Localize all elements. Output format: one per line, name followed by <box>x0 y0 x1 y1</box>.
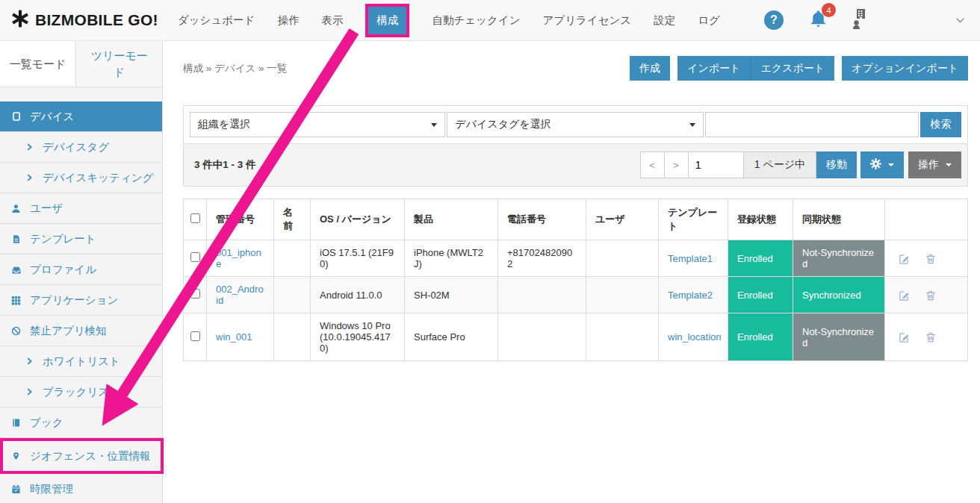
cell-product: Surface Pro <box>405 313 498 361</box>
sidebar-item-user[interactable]: ユーザ <box>0 193 162 224</box>
header-template: テンプレート <box>659 199 728 240</box>
device-link[interactable]: win_001 <box>216 331 252 343</box>
sidebar-item-profile[interactable]: プロファイル <box>0 254 162 285</box>
cell-product: iPhone (MWLT2J) <box>405 240 498 277</box>
cell-name <box>274 277 311 313</box>
search-input[interactable] <box>705 112 919 137</box>
edit-icon[interactable] <box>899 331 910 343</box>
device-link[interactable]: 001_iphone <box>216 247 261 269</box>
header-enroll-status: 登録状態 <box>728 199 793 240</box>
sidebar-item-device-kitting[interactable]: デバイスキッティング <box>0 163 162 193</box>
app-logo[interactable]: BIZMOBILE GO! <box>10 9 158 31</box>
option-import-button[interactable]: オプションインポート <box>842 56 968 81</box>
sidebar-menu: デバイス デバイスタグ デバイスキッティング ユーザ テンプレート プロファイル <box>0 101 162 503</box>
edit-icon[interactable] <box>899 253 910 264</box>
header-actions <box>885 199 968 240</box>
notification-count-badge: 4 <box>822 3 836 17</box>
device-table-wrap: 管理番号 名前 OS / バージョン 製品 電話番号 ユーザ テンプレート 登録… <box>183 199 968 361</box>
book-icon <box>10 418 22 428</box>
chevron-down-icon[interactable] <box>955 13 973 27</box>
pagination-controls: < > 1 ページ中 移動 操作 <box>640 151 961 178</box>
delete-icon[interactable] <box>925 331 936 343</box>
operations-dropdown-button[interactable]: 操作 <box>908 151 961 178</box>
tab-list-mode[interactable]: 一覧モード <box>0 41 76 87</box>
profile-icon <box>10 265 22 275</box>
sidebar-item-label: テンプレート <box>30 232 96 246</box>
row-checkbox[interactable] <box>190 289 200 299</box>
logo-text: BIZMOBILE GO! <box>35 11 158 29</box>
device-icon <box>10 111 22 122</box>
sidebar-item-label: ユーザ <box>30 201 63 216</box>
app-screen: BIZMOBILE GO! ダッシュボード 操作 表示 構成 自動チェックイン … <box>0 0 980 503</box>
nav-operations[interactable]: 操作 <box>277 13 299 28</box>
chevron-right-icon <box>23 143 34 151</box>
notifications-button[interactable]: 4 <box>809 9 828 31</box>
ban-icon <box>10 326 22 336</box>
sidebar-item-geofence-location[interactable]: ジオフェンス・位置情報 <box>0 438 164 474</box>
company-user-icon[interactable] <box>853 9 866 32</box>
select-all-cell <box>184 199 207 240</box>
page-number-input[interactable] <box>688 151 744 178</box>
device-tag-select-value: デバイスタグを選択 <box>455 118 551 131</box>
device-tag-select[interactable]: デバイスタグを選択 <box>447 112 703 137</box>
sidebar-item-banned-app-detection[interactable]: 禁止アプリ検知 <box>0 316 162 346</box>
cell-os: Android 11.0.0 <box>311 277 405 313</box>
sidebar-item-time-limit[interactable]: 時限管理 <box>0 474 162 503</box>
nav-configuration[interactable]: 構成 <box>365 4 409 37</box>
list-panel: 組織を選択 デバイスタグを選択 検索 3 件中1 - 3 件 < > 1 ページ… <box>183 105 968 187</box>
caret-down-icon <box>689 123 695 127</box>
export-button[interactable]: エクスポート <box>750 56 834 81</box>
delete-icon[interactable] <box>925 253 936 264</box>
nav-log[interactable]: ログ <box>698 13 720 28</box>
bell-icon <box>809 18 828 31</box>
search-button[interactable]: 検索 <box>920 112 961 137</box>
import-button[interactable]: インポート <box>677 56 750 81</box>
sidebar-item-blacklist[interactable]: ブラックリスト <box>0 377 162 407</box>
prev-page-button[interactable]: < <box>640 151 665 178</box>
sidebar-item-label: 時限管理 <box>30 482 73 496</box>
chevron-right-icon <box>23 387 34 396</box>
sync-status-badge: Synchronized <box>793 277 885 313</box>
filter-row: 組織を選択 デバイスタグを選択 検索 <box>184 106 967 144</box>
header-user: ユーザ <box>586 199 659 240</box>
organization-select[interactable]: 組織を選択 <box>190 112 445 137</box>
main-nav: ダッシュボード 操作 表示 構成 自動チェックイン アプリライセンス 設定 ログ <box>178 4 720 37</box>
nav-display[interactable]: 表示 <box>321 13 343 28</box>
template-link[interactable]: Template1 <box>668 253 713 264</box>
result-count-summary: 3 件中1 - 3 件 <box>190 158 256 172</box>
breadcrumb: 構成 » デバイス » 一覧 <box>183 62 287 75</box>
sidebar-item-label: ブック <box>30 416 63 430</box>
template-link[interactable]: Template2 <box>668 290 713 301</box>
create-button[interactable]: 作成 <box>630 56 670 81</box>
row-checkbox[interactable] <box>190 331 200 341</box>
sidebar-item-application[interactable]: アプリケーション <box>0 285 162 316</box>
select-all-checkbox[interactable] <box>190 213 200 223</box>
sidebar-item-book[interactable]: ブック <box>0 407 162 438</box>
nav-app-license[interactable]: アプリライセンス <box>542 13 631 28</box>
nav-dashboard[interactable]: ダッシュボード <box>178 13 255 28</box>
template-link[interactable]: win_location <box>668 331 722 343</box>
go-button[interactable]: 移動 <box>816 151 857 178</box>
sidebar-item-whitelist[interactable]: ホワイトリスト <box>0 346 162 377</box>
edit-icon[interactable] <box>899 290 910 301</box>
help-icon[interactable]: ? <box>764 10 784 30</box>
sidebar-item-label: アプリケーション <box>30 293 118 307</box>
next-page-button[interactable]: > <box>664 151 689 178</box>
delete-icon[interactable] <box>925 290 936 301</box>
device-table: 管理番号 名前 OS / バージョン 製品 電話番号 ユーザ テンプレート 登録… <box>183 199 968 361</box>
nav-auto-checkin[interactable]: 自動チェックイン <box>432 13 520 28</box>
nav-settings[interactable]: 設定 <box>654 13 675 28</box>
sidebar-item-label: ジオフェンス・位置情報 <box>30 449 151 463</box>
sidebar-item-device[interactable]: デバイス <box>0 101 162 132</box>
sidebar-item-template[interactable]: テンプレート <box>0 224 162 254</box>
file-icon <box>10 234 22 244</box>
row-checkbox[interactable] <box>190 252 200 262</box>
sidebar-item-device-tag[interactable]: デバイスタグ <box>0 132 162 163</box>
sidebar-item-label: ホワイトリスト <box>43 354 120 369</box>
settings-dropdown-button[interactable] <box>860 151 904 178</box>
enroll-status-badge: Enrolled <box>728 313 793 361</box>
pagination-row: 3 件中1 - 3 件 < > 1 ページ中 移動 操作 <box>184 144 967 186</box>
tab-tree-mode[interactable]: ツリーモード <box>76 41 162 87</box>
device-link[interactable]: 002_Android <box>216 284 264 306</box>
header-actions: 作成 インポート エクスポート オプションインポート <box>630 56 968 81</box>
